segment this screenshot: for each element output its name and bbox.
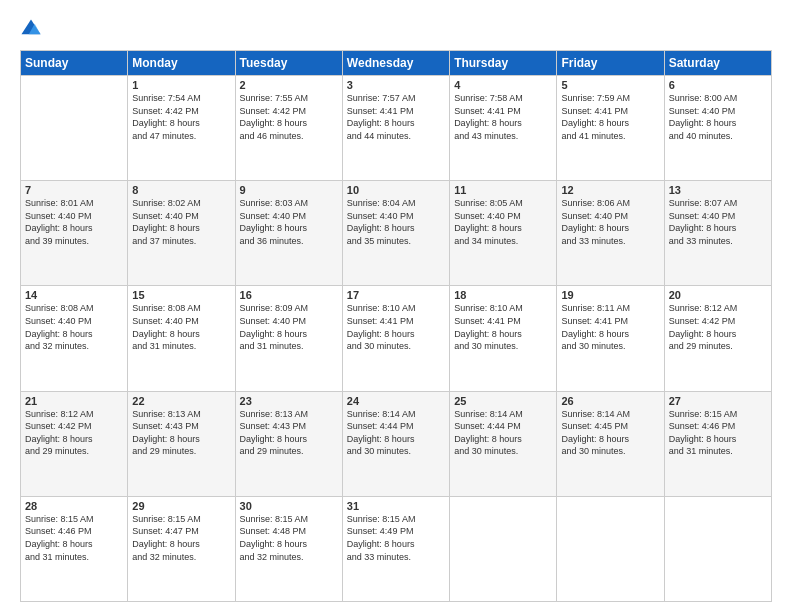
day-number: 2 [240,79,338,91]
day-cell: 13Sunrise: 8:07 AMSunset: 4:40 PMDayligh… [664,181,771,286]
day-info: Sunrise: 8:13 AMSunset: 4:43 PMDaylight:… [240,408,338,458]
day-cell: 8Sunrise: 8:02 AMSunset: 4:40 PMDaylight… [128,181,235,286]
day-cell: 28Sunrise: 8:15 AMSunset: 4:46 PMDayligh… [21,496,128,601]
day-number: 8 [132,184,230,196]
day-number: 10 [347,184,445,196]
day-number: 18 [454,289,552,301]
weekday-tuesday: Tuesday [235,51,342,76]
day-info: Sunrise: 8:01 AMSunset: 4:40 PMDaylight:… [25,197,123,247]
day-cell: 3Sunrise: 7:57 AMSunset: 4:41 PMDaylight… [342,76,449,181]
day-cell: 26Sunrise: 8:14 AMSunset: 4:45 PMDayligh… [557,391,664,496]
day-info: Sunrise: 8:10 AMSunset: 4:41 PMDaylight:… [454,302,552,352]
weekday-thursday: Thursday [450,51,557,76]
day-info: Sunrise: 8:15 AMSunset: 4:46 PMDaylight:… [669,408,767,458]
weekday-friday: Friday [557,51,664,76]
day-number: 3 [347,79,445,91]
day-cell: 25Sunrise: 8:14 AMSunset: 4:44 PMDayligh… [450,391,557,496]
day-cell: 17Sunrise: 8:10 AMSunset: 4:41 PMDayligh… [342,286,449,391]
day-cell: 19Sunrise: 8:11 AMSunset: 4:41 PMDayligh… [557,286,664,391]
day-cell: 15Sunrise: 8:08 AMSunset: 4:40 PMDayligh… [128,286,235,391]
day-number: 24 [347,395,445,407]
day-info: Sunrise: 7:57 AMSunset: 4:41 PMDaylight:… [347,92,445,142]
day-cell: 9Sunrise: 8:03 AMSunset: 4:40 PMDaylight… [235,181,342,286]
day-info: Sunrise: 8:08 AMSunset: 4:40 PMDaylight:… [132,302,230,352]
day-info: Sunrise: 7:54 AMSunset: 4:42 PMDaylight:… [132,92,230,142]
weekday-saturday: Saturday [664,51,771,76]
day-number: 23 [240,395,338,407]
day-cell: 20Sunrise: 8:12 AMSunset: 4:42 PMDayligh… [664,286,771,391]
day-number: 27 [669,395,767,407]
day-cell [664,496,771,601]
weekday-row: SundayMondayTuesdayWednesdayThursdayFrid… [21,51,772,76]
day-info: Sunrise: 8:09 AMSunset: 4:40 PMDaylight:… [240,302,338,352]
day-number: 29 [132,500,230,512]
day-info: Sunrise: 8:10 AMSunset: 4:41 PMDaylight:… [347,302,445,352]
day-cell: 2Sunrise: 7:55 AMSunset: 4:42 PMDaylight… [235,76,342,181]
day-number: 12 [561,184,659,196]
page: SundayMondayTuesdayWednesdayThursdayFrid… [0,0,792,612]
day-cell: 21Sunrise: 8:12 AMSunset: 4:42 PMDayligh… [21,391,128,496]
logo-icon [20,18,42,40]
week-row-0: 1Sunrise: 7:54 AMSunset: 4:42 PMDaylight… [21,76,772,181]
day-info: Sunrise: 7:58 AMSunset: 4:41 PMDaylight:… [454,92,552,142]
day-cell: 18Sunrise: 8:10 AMSunset: 4:41 PMDayligh… [450,286,557,391]
day-cell: 1Sunrise: 7:54 AMSunset: 4:42 PMDaylight… [128,76,235,181]
day-info: Sunrise: 8:05 AMSunset: 4:40 PMDaylight:… [454,197,552,247]
week-row-3: 21Sunrise: 8:12 AMSunset: 4:42 PMDayligh… [21,391,772,496]
day-info: Sunrise: 8:15 AMSunset: 4:46 PMDaylight:… [25,513,123,563]
day-cell: 29Sunrise: 8:15 AMSunset: 4:47 PMDayligh… [128,496,235,601]
day-info: Sunrise: 8:14 AMSunset: 4:44 PMDaylight:… [347,408,445,458]
day-number: 17 [347,289,445,301]
day-cell: 23Sunrise: 8:13 AMSunset: 4:43 PMDayligh… [235,391,342,496]
weekday-sunday: Sunday [21,51,128,76]
day-info: Sunrise: 7:59 AMSunset: 4:41 PMDaylight:… [561,92,659,142]
day-number: 20 [669,289,767,301]
day-number: 13 [669,184,767,196]
day-number: 14 [25,289,123,301]
calendar: SundayMondayTuesdayWednesdayThursdayFrid… [20,50,772,602]
day-number: 15 [132,289,230,301]
day-info: Sunrise: 8:12 AMSunset: 4:42 PMDaylight:… [25,408,123,458]
day-number: 1 [132,79,230,91]
weekday-wednesday: Wednesday [342,51,449,76]
day-cell: 27Sunrise: 8:15 AMSunset: 4:46 PMDayligh… [664,391,771,496]
day-number: 31 [347,500,445,512]
day-info: Sunrise: 8:15 AMSunset: 4:48 PMDaylight:… [240,513,338,563]
day-info: Sunrise: 8:15 AMSunset: 4:49 PMDaylight:… [347,513,445,563]
day-number: 16 [240,289,338,301]
day-info: Sunrise: 8:02 AMSunset: 4:40 PMDaylight:… [132,197,230,247]
day-number: 11 [454,184,552,196]
day-info: Sunrise: 8:14 AMSunset: 4:44 PMDaylight:… [454,408,552,458]
day-cell: 11Sunrise: 8:05 AMSunset: 4:40 PMDayligh… [450,181,557,286]
day-info: Sunrise: 8:14 AMSunset: 4:45 PMDaylight:… [561,408,659,458]
day-number: 25 [454,395,552,407]
day-info: Sunrise: 8:06 AMSunset: 4:40 PMDaylight:… [561,197,659,247]
calendar-body: 1Sunrise: 7:54 AMSunset: 4:42 PMDaylight… [21,76,772,602]
day-number: 28 [25,500,123,512]
logo [20,18,46,40]
day-cell: 10Sunrise: 8:04 AMSunset: 4:40 PMDayligh… [342,181,449,286]
day-info: Sunrise: 8:11 AMSunset: 4:41 PMDaylight:… [561,302,659,352]
week-row-1: 7Sunrise: 8:01 AMSunset: 4:40 PMDaylight… [21,181,772,286]
week-row-2: 14Sunrise: 8:08 AMSunset: 4:40 PMDayligh… [21,286,772,391]
day-number: 22 [132,395,230,407]
weekday-monday: Monday [128,51,235,76]
day-cell: 5Sunrise: 7:59 AMSunset: 4:41 PMDaylight… [557,76,664,181]
day-cell: 12Sunrise: 8:06 AMSunset: 4:40 PMDayligh… [557,181,664,286]
day-number: 21 [25,395,123,407]
day-info: Sunrise: 8:08 AMSunset: 4:40 PMDaylight:… [25,302,123,352]
day-cell [450,496,557,601]
day-cell [557,496,664,601]
day-number: 9 [240,184,338,196]
day-cell: 16Sunrise: 8:09 AMSunset: 4:40 PMDayligh… [235,286,342,391]
day-info: Sunrise: 8:12 AMSunset: 4:42 PMDaylight:… [669,302,767,352]
header [20,18,772,40]
day-info: Sunrise: 8:04 AMSunset: 4:40 PMDaylight:… [347,197,445,247]
day-info: Sunrise: 8:00 AMSunset: 4:40 PMDaylight:… [669,92,767,142]
day-cell: 7Sunrise: 8:01 AMSunset: 4:40 PMDaylight… [21,181,128,286]
day-info: Sunrise: 8:13 AMSunset: 4:43 PMDaylight:… [132,408,230,458]
day-number: 26 [561,395,659,407]
day-number: 19 [561,289,659,301]
day-cell: 22Sunrise: 8:13 AMSunset: 4:43 PMDayligh… [128,391,235,496]
day-cell: 14Sunrise: 8:08 AMSunset: 4:40 PMDayligh… [21,286,128,391]
